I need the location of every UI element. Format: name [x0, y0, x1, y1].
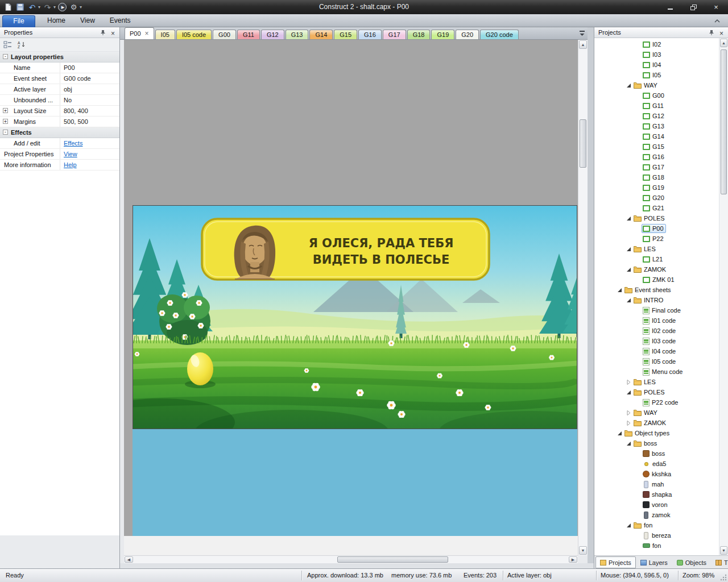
- expand-box-icon[interactable]: +: [3, 119, 8, 124]
- vertical-scrollbar-thumb[interactable]: [580, 119, 586, 168]
- tree-item-content[interactable]: I04: [642, 60, 663, 69]
- collapse-arrow-icon[interactable]: [626, 390, 632, 395]
- categorized-icon[interactable]: [2, 39, 14, 50]
- expand-arrow-icon[interactable]: [626, 410, 632, 415]
- tree-item-content[interactable]: mah: [642, 480, 666, 489]
- redo-dropdown-icon[interactable]: ▾: [53, 5, 56, 10]
- tree-item-mah[interactable]: mah: [594, 479, 728, 489]
- tree-item-content[interactable]: WAY: [632, 81, 660, 90]
- scroll-up-icon[interactable]: ▲: [720, 39, 727, 47]
- tree-item-g14[interactable]: G14: [594, 131, 728, 142]
- property-group-layout-properties[interactable]: -Layout properties: [0, 52, 119, 63]
- scroll-left-icon[interactable]: ◀: [125, 556, 133, 563]
- tree-scrollbar[interactable]: ▲ ▼: [719, 38, 728, 555]
- tree-item-content[interactable]: ZAMOK: [632, 418, 668, 427]
- expand-arrow-icon[interactable]: [626, 380, 632, 385]
- tree-item-content[interactable]: G21: [642, 203, 667, 213]
- scroll-down-icon[interactable]: ▼: [720, 546, 727, 555]
- layout-tab-i05-code[interactable]: I05 code: [176, 30, 212, 39]
- tree-item-g15[interactable]: G15: [594, 142, 728, 152]
- property-row-event-sheet[interactable]: Event sheetG00 code: [0, 73, 119, 84]
- tree-item-content[interactable]: L21: [642, 255, 665, 264]
- run-icon[interactable]: ▶: [58, 3, 67, 11]
- tree-item-way[interactable]: WAY: [594, 80, 728, 90]
- tab-list-icon[interactable]: [579, 30, 586, 36]
- collapse-arrow-icon[interactable]: [626, 216, 632, 221]
- expand-arrow-icon[interactable]: [626, 421, 632, 426]
- tree-item-content[interactable]: voron: [642, 500, 670, 509]
- tree-item-content[interactable]: shapka: [642, 490, 674, 499]
- tree-item-poles[interactable]: POLES: [594, 387, 728, 397]
- tree-item-l21[interactable]: L21: [594, 254, 728, 264]
- close-panel-icon[interactable]: ×: [719, 28, 723, 39]
- layout-tab-i05[interactable]: I05: [155, 30, 175, 39]
- layout-tab-g13[interactable]: G13: [286, 30, 309, 39]
- tree-item-voron[interactable]: voron: [594, 500, 728, 510]
- tree-item-i02-code[interactable]: I02 code: [594, 326, 728, 336]
- collapse-box-icon[interactable]: -: [3, 54, 8, 59]
- tree-item-content[interactable]: I05: [642, 70, 663, 80]
- expand-box-icon[interactable]: +: [3, 108, 8, 113]
- tree-item-g11[interactable]: G11: [594, 101, 728, 111]
- tree-selection[interactable]: P00: [642, 224, 666, 233]
- tree-item-content[interactable]: POLES: [632, 214, 667, 223]
- tree-item-i04-code[interactable]: I04 code: [594, 346, 728, 356]
- property-value[interactable]: Help: [60, 160, 119, 170]
- tree-item-boss[interactable]: boss: [594, 448, 728, 459]
- tree-item-content[interactable]: P22 code: [642, 398, 680, 407]
- layout-scene-svg[interactable]: Я ОЛЕСЯ, РАДА ТЕБЯВИДЕТЬ В ПОЛЕСЬЕ: [133, 205, 577, 429]
- tree-item-p00[interactable]: P00: [594, 223, 728, 234]
- tree-item-i03[interactable]: I03: [594, 49, 728, 60]
- undo-dropdown-icon[interactable]: ▾: [38, 5, 40, 10]
- collapse-arrow-icon[interactable]: [626, 523, 632, 528]
- property-link[interactable]: Effects: [64, 140, 82, 147]
- tree-item-content[interactable]: ZMK 01: [642, 275, 677, 284]
- tree-item-i02[interactable]: I02: [594, 39, 728, 49]
- debug-dropdown-icon[interactable]: ▾: [80, 5, 82, 10]
- tree-item-g12[interactable]: G12: [594, 111, 728, 121]
- tree-item-content[interactable]: G00: [642, 91, 667, 100]
- undo-icon[interactable]: ↶: [27, 2, 37, 12]
- tree-item-boss[interactable]: boss: [594, 438, 728, 448]
- tree-item-content[interactable]: fon: [642, 541, 663, 550]
- close-button[interactable]: ×: [709, 2, 723, 13]
- property-row-unbounded[interactable]: Unbounded ...No: [0, 95, 119, 106]
- property-row-margins[interactable]: +Margins500, 500: [0, 117, 119, 127]
- tree-item-content[interactable]: zamok: [642, 510, 672, 519]
- tree-item-content[interactable]: kkshka: [642, 469, 673, 479]
- ribbon-tab-events[interactable]: Events: [102, 14, 138, 27]
- tree-item-fon[interactable]: fon: [594, 541, 728, 551]
- property-row-layout-size[interactable]: +Layout Size800, 400: [0, 106, 119, 117]
- tree-item-intro[interactable]: INTRO: [594, 295, 728, 305]
- tree-item-content[interactable]: ZAMOK: [632, 265, 668, 274]
- tree-item-content[interactable]: G17: [642, 163, 667, 172]
- tree-item-content[interactable]: P22: [642, 234, 666, 243]
- collapse-arrow-icon[interactable]: [626, 247, 632, 252]
- property-group-effects[interactable]: -Effects: [0, 127, 119, 138]
- layout-tab-g18[interactable]: G18: [407, 30, 431, 39]
- tree-item-kkshka[interactable]: kkshka: [594, 469, 728, 479]
- property-value[interactable]: Effects: [60, 138, 119, 148]
- tree-item-g00[interactable]: G00: [594, 90, 728, 101]
- property-value[interactable]: 800, 400: [60, 106, 119, 116]
- property-value[interactable]: G00 code: [60, 73, 119, 84]
- tree-item-g20[interactable]: G20: [594, 193, 728, 203]
- debug-icon[interactable]: ⚙: [69, 2, 78, 12]
- tree-item-i05-code[interactable]: I05 code: [594, 356, 728, 367]
- tree-item-content[interactable]: G15: [642, 142, 667, 151]
- layout-tab-g00[interactable]: G00: [213, 30, 236, 39]
- property-link[interactable]: View: [64, 151, 77, 157]
- tree-item-content[interactable]: Event sheets: [623, 285, 673, 294]
- tree-item-content[interactable]: G19: [642, 183, 667, 192]
- tree-item-shapka[interactable]: shapka: [594, 489, 728, 500]
- tree-item-content[interactable]: Menu code: [642, 367, 685, 376]
- save-icon[interactable]: [15, 2, 25, 12]
- tree-item-p22[interactable]: P22: [594, 234, 728, 244]
- panel-tab-objects[interactable]: Objects: [672, 556, 711, 568]
- resize-grip[interactable]: [719, 573, 727, 581]
- tree-scrollbar-thumb[interactable]: [721, 49, 727, 194]
- property-row-active-layer[interactable]: Active layerobj: [0, 84, 119, 95]
- below-layout-area[interactable]: [133, 429, 577, 536]
- tree-item-content[interactable]: LES: [632, 377, 658, 386]
- panel-tab-tilemap[interactable]: Tilemap: [711, 556, 728, 568]
